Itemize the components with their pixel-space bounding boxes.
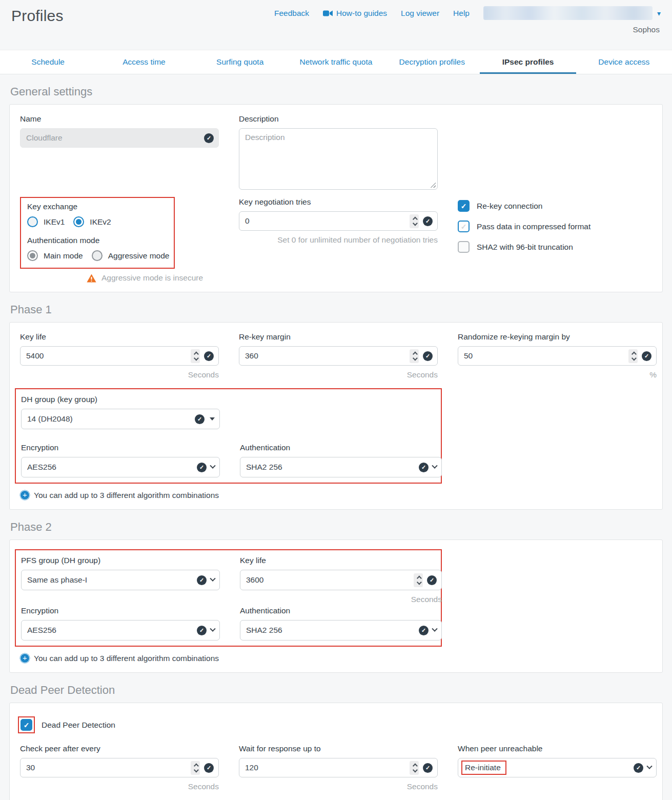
plus-icon: + xyxy=(20,490,30,500)
phase2-encryption-select[interactable]: AES256 ✓ xyxy=(21,620,220,641)
aggressive-mode-radio[interactable]: Aggressive mode xyxy=(92,250,170,261)
chevron-down-icon xyxy=(432,626,437,632)
description-textarea[interactable] xyxy=(239,128,438,190)
warning-icon xyxy=(87,274,96,283)
tab-ipsec-profiles[interactable]: IPsec profiles xyxy=(480,50,576,74)
account-menu[interactable]: ▾ xyxy=(483,6,661,20)
number-stepper-icon[interactable] xyxy=(410,761,419,775)
unit-label: % xyxy=(458,370,657,380)
compressed-format-checkbox[interactable]: ✓ Pass data in compressed format xyxy=(458,221,657,232)
tab-access-time[interactable]: Access time xyxy=(96,50,192,74)
randomize-margin-field[interactable]: ✓ xyxy=(458,346,657,366)
ikev1-radio[interactable]: IKEv1 xyxy=(27,216,65,227)
key-life-field[interactable]: ✓ xyxy=(20,346,219,366)
phase2-add-combination[interactable]: + You can add up to 3 different algorith… xyxy=(20,653,652,663)
radio-circle-icon xyxy=(92,250,103,261)
dh-group-select[interactable]: 14 (DH2048) ✓ xyxy=(21,409,220,429)
selected-value: AES256 xyxy=(27,463,193,472)
ikev2-radio[interactable]: IKEv2 xyxy=(73,216,111,227)
compressed-format-label: Pass data in compressed format xyxy=(477,222,590,231)
options-group: ✓ Re-key connection ✓ Pass data in compr… xyxy=(458,197,657,283)
number-stepper-icon[interactable] xyxy=(410,214,419,228)
name-input xyxy=(26,133,200,143)
profile-tabs: Schedule Access time Surfing quota Netwo… xyxy=(0,50,672,74)
encryption-label: Encryption xyxy=(21,606,220,616)
check-peer-field[interactable]: ✓ xyxy=(20,758,219,777)
number-stepper-icon[interactable] xyxy=(191,349,200,363)
when-unreachable-select[interactable]: Re-initiate ✓ xyxy=(458,758,657,777)
valid-check-icon: ✓ xyxy=(197,575,207,585)
key-negotiation-input[interactable] xyxy=(245,216,405,226)
annotation-box-phase2-algorithms: PFS group (DH group) Same as phase-I ✓ K… xyxy=(15,549,442,647)
rekey-margin-field[interactable]: ✓ xyxy=(239,346,438,366)
tab-network-traffic-quota[interactable]: Network traffic quota xyxy=(288,50,384,74)
check-peer-input[interactable] xyxy=(26,763,187,772)
valid-check-icon: ✓ xyxy=(642,351,651,361)
description-label: Description xyxy=(239,114,438,124)
video-camera-icon xyxy=(323,10,333,17)
valid-check-icon: ✓ xyxy=(195,414,205,424)
help-link[interactable]: Help xyxy=(453,9,470,18)
phase2-key-life-input[interactable] xyxy=(246,575,410,585)
warning-text: Aggressive mode is insecure xyxy=(101,273,203,283)
encryption-label: Encryption xyxy=(21,443,220,453)
wait-response-input[interactable] xyxy=(245,763,405,772)
valid-check-icon: ✓ xyxy=(423,216,433,226)
pfs-group-select[interactable]: Same as phase-I ✓ xyxy=(21,570,220,590)
number-stepper-icon[interactable] xyxy=(414,573,423,587)
phase1-add-note: You can add up to 3 different algorithm … xyxy=(34,491,219,500)
checkbox-icon: ✓ xyxy=(458,221,470,232)
wait-response-field[interactable]: ✓ xyxy=(239,758,438,777)
phase1-add-combination[interactable]: + You can add up to 3 different algorith… xyxy=(20,490,652,500)
phase1-authentication-select[interactable]: SHA2 256 ✓ xyxy=(240,457,442,477)
phase2-key-life-field[interactable]: ✓ xyxy=(240,570,442,590)
wait-response-label: Wait for response up to xyxy=(239,744,438,754)
number-stepper-icon[interactable] xyxy=(191,761,200,775)
check-peer-group: Check peer after every ✓ Seconds xyxy=(20,744,219,792)
checkbox-icon xyxy=(458,241,470,253)
randomize-margin-input[interactable] xyxy=(464,351,624,361)
main-mode-radio[interactable]: Main mode xyxy=(27,250,83,261)
key-life-input[interactable] xyxy=(26,351,187,361)
key-exchange-label: Key exchange xyxy=(27,202,170,212)
chevron-down-icon xyxy=(432,463,437,469)
phase2-encryption-group: Encryption AES256 ✓ xyxy=(21,606,220,641)
ikev2-label: IKEv2 xyxy=(90,217,111,227)
rekey-margin-group: Re-key margin ✓ Seconds xyxy=(239,332,438,380)
rekey-margin-input[interactable] xyxy=(245,351,405,361)
when-unreachable-label: When peer unreachable xyxy=(458,744,657,754)
tab-decryption-profiles[interactable]: Decryption profiles xyxy=(384,50,480,74)
number-stepper-icon[interactable] xyxy=(628,349,638,363)
valid-check-icon: ✓ xyxy=(204,351,214,361)
sha2-truncation-checkbox[interactable]: SHA2 with 96-bit truncation xyxy=(458,241,657,253)
selected-value: 14 (DH2048) xyxy=(27,414,191,424)
pfs-group-group: PFS group (DH group) Same as phase-I ✓ xyxy=(21,555,220,605)
annotation-box-key-exchange: Key exchange IKEv1 IKEv2 Authentication … xyxy=(20,197,175,269)
unit-label: Seconds xyxy=(20,370,219,380)
phase1-key-life-group: Key life ✓ Seconds xyxy=(20,332,219,380)
selected-value: SHA2 256 xyxy=(246,626,415,635)
general-settings-heading: General settings xyxy=(10,85,662,99)
valid-check-icon: ✓ xyxy=(427,575,437,585)
tab-device-access[interactable]: Device access xyxy=(576,50,672,74)
key-negotiation-label: Key negotiation tries xyxy=(239,197,438,207)
feedback-link[interactable]: Feedback xyxy=(274,9,309,18)
phase2-heading: Phase 2 xyxy=(10,520,662,534)
phase2-authentication-select[interactable]: SHA2 256 ✓ xyxy=(240,620,442,641)
selected-value: Same as phase-I xyxy=(27,575,193,585)
valid-check-icon: ✓ xyxy=(204,133,214,143)
tab-schedule[interactable]: Schedule xyxy=(0,50,96,74)
unit-label: Seconds xyxy=(239,782,438,792)
selected-value: Re-initiate xyxy=(465,763,501,772)
dpd-heading: Dead Peer Detection xyxy=(10,683,662,697)
key-negotiation-field[interactable]: ✓ xyxy=(239,211,438,231)
rekey-connection-checkbox[interactable]: ✓ Re-key connection xyxy=(458,200,657,212)
log-viewer-link[interactable]: Log viewer xyxy=(401,9,439,18)
chevron-down-icon xyxy=(646,764,652,769)
rekey-margin-label: Re-key margin xyxy=(239,332,438,342)
phase1-encryption-select[interactable]: AES256 ✓ xyxy=(21,457,220,477)
dpd-checkbox[interactable]: ✓ xyxy=(21,719,32,731)
number-stepper-icon[interactable] xyxy=(410,349,419,363)
tab-surfing-quota[interactable]: Surfing quota xyxy=(192,50,288,74)
howto-guides-link[interactable]: How-to guides xyxy=(323,9,387,18)
